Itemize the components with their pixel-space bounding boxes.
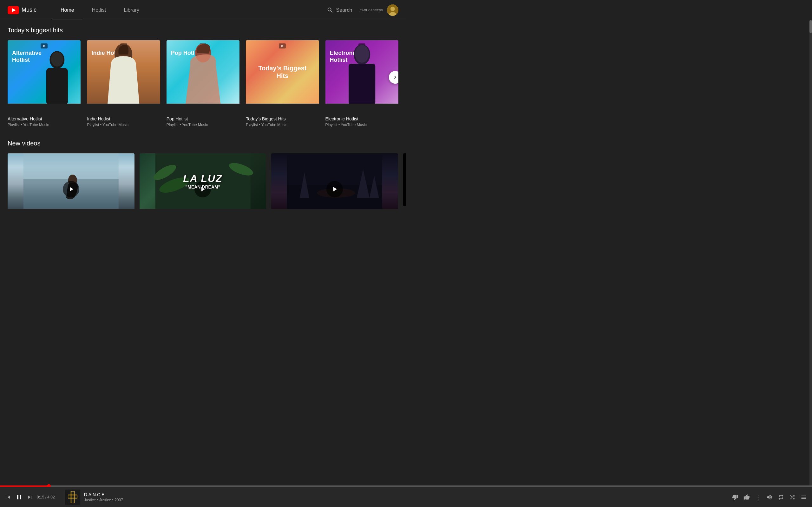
- card-biggest-hits[interactable]: Today's BiggestHits Today's Biggest Hits…: [246, 40, 319, 127]
- alt-person: [33, 50, 81, 104]
- yt-mini-icon: [41, 43, 48, 49]
- video3-play-button[interactable]: [326, 181, 343, 198]
- card-electronic-hotlist[interactable]: ElectronicHotlist Electronic Hotlist Pla…: [325, 40, 398, 127]
- alt-person-svg: [33, 50, 81, 104]
- indie-person-svg: [87, 40, 160, 104]
- card-alternative-hotlist[interactable]: AlternativeHotlist Alternative Hotlist P…: [8, 40, 81, 127]
- svg-point-22: [355, 45, 369, 63]
- yt-mini-biggest: [279, 43, 286, 49]
- avatar-svg: [387, 4, 398, 16]
- svg-rect-21: [349, 64, 375, 104]
- card-pop-hotlist[interactable]: Pop Hotlist Pop Hotlist Playlist • YouTu…: [166, 40, 240, 127]
- header: Music Home Hotlist Library Search EARLY …: [0, 0, 406, 20]
- video4-bg: [403, 153, 406, 206]
- card-indie-hotlist[interactable]: Indie Hotlist Indie Hotlist Playlist • Y…: [87, 40, 160, 127]
- video1-play-button[interactable]: [63, 181, 79, 198]
- video-thumb-2: LA LUZ "MEAN DREAM": [140, 153, 266, 225]
- electronic-bg: ElectronicHotlist: [325, 40, 398, 104]
- yt-overlay-biggest: [279, 43, 286, 49]
- user-area: EARLY ACCESS: [360, 4, 398, 16]
- svg-rect-23: [23, 153, 119, 179]
- video-cards: LA LUZ "MEAN DREAM": [8, 153, 398, 225]
- card-pop-image: Pop Hotlist: [166, 40, 240, 113]
- video-card-2[interactable]: LA LUZ "MEAN DREAM": [140, 153, 266, 225]
- biggest-hits-title: Today's biggest hits: [8, 26, 398, 34]
- video2-bg: LA LUZ "MEAN DREAM": [140, 153, 266, 209]
- card-pop-subtitle: Playlist • YouTube Music: [166, 123, 240, 127]
- video-thumb-3: [271, 153, 398, 225]
- card-indie-subtitle: Playlist • YouTube Music: [87, 123, 160, 127]
- new-videos-title: New videos: [8, 140, 398, 147]
- chevron-right-icon: [392, 74, 398, 80]
- play-icon-3: [331, 185, 339, 193]
- video-thumb-4: [403, 153, 406, 206]
- user-avatar[interactable]: [387, 4, 398, 16]
- playlist-cards: AlternativeHotlist Alternative Hotlist P…: [8, 40, 398, 127]
- search-label: Search: [336, 7, 352, 13]
- card-indie-title: Indie Hotlist: [87, 116, 160, 121]
- card-electronic-image: ElectronicHotlist: [325, 40, 398, 113]
- pop-person-svg: [166, 40, 240, 104]
- card-alternative-title: Alternative Hotlist: [8, 116, 81, 121]
- video-thumb-1: [8, 153, 135, 225]
- video-card-4[interactable]: [403, 153, 406, 225]
- video-card-3[interactable]: [271, 153, 398, 225]
- logo[interactable]: Music: [8, 6, 37, 14]
- laluz-text-block: LA LUZ "MEAN DREAM": [183, 173, 223, 189]
- biggest-bg: Today's BiggestHits: [246, 40, 319, 104]
- card-electronic-title: Electronic Hotlist: [325, 116, 398, 121]
- biggest-hits-section: Today's biggest hits Alternative: [8, 26, 398, 127]
- card-biggest-title: Today's Biggest Hits: [246, 116, 319, 121]
- card-pop-title: Pop Hotlist: [166, 116, 240, 121]
- indie-bg: Indie Hotlist: [87, 40, 160, 104]
- alt-hotlist-bg: AlternativeHotlist: [8, 40, 81, 104]
- main-nav: Home Hotlist Library: [52, 0, 327, 20]
- svg-rect-8: [46, 68, 68, 104]
- electronic-person-svg: [325, 40, 398, 104]
- card-biggest-image: Today's BiggestHits: [246, 40, 319, 113]
- search-icon: [327, 7, 334, 14]
- laluz-title: LA LUZ: [183, 173, 223, 184]
- nav-library[interactable]: Library: [115, 0, 148, 20]
- logo-text: Music: [21, 7, 37, 13]
- main-content: Today's biggest hits Alternative: [0, 20, 406, 257]
- card-alternative-image: AlternativeHotlist: [8, 40, 81, 113]
- play-icon-1: [67, 185, 75, 193]
- pop-bg: Pop Hotlist: [166, 40, 240, 104]
- biggest-label: Today's BiggestHits: [253, 64, 311, 79]
- laluz-subtitle: "MEAN DREAM": [183, 184, 223, 189]
- search-area[interactable]: Search: [327, 7, 352, 14]
- early-access-badge: EARLY ACCESS: [360, 9, 383, 12]
- youtube-logo-icon: [8, 6, 19, 14]
- video-card-1[interactable]: [8, 153, 135, 225]
- nav-hotlist[interactable]: Hotlist: [83, 0, 115, 20]
- new-videos-section: New videos: [8, 140, 398, 225]
- avatar-image: [387, 4, 398, 16]
- card-alternative-subtitle: Playlist • YouTube Music: [8, 123, 81, 127]
- nav-home[interactable]: Home: [52, 0, 83, 20]
- card-indie-image: Indie Hotlist: [87, 40, 160, 113]
- yt-overlay-alt: [41, 43, 48, 49]
- svg-point-3: [391, 7, 395, 11]
- card-biggest-subtitle: Playlist • YouTube Music: [246, 123, 319, 127]
- svg-point-9: [51, 52, 63, 66]
- card-electronic-subtitle: Playlist • YouTube Music: [325, 123, 398, 127]
